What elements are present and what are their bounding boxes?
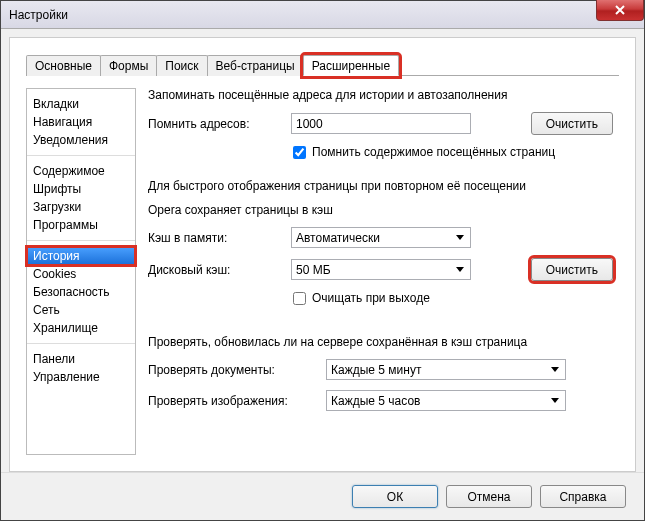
remember-addresses-input[interactable] [291, 113, 471, 134]
disk-cache-row: Дисковый кэш: 50 МБ Очистить [148, 258, 613, 281]
sidebar-item-storage[interactable]: Хранилище [27, 319, 135, 337]
cache-desc2: Opera сохраняет страницы в кэш [148, 203, 613, 217]
remember-addresses-row: Помнить адресов: Очистить [148, 112, 613, 135]
tabstrip: Основные Формы Поиск Веб-страницы Расшир… [26, 54, 619, 76]
check-server-text: Проверять, обновилась ли на сервере сохр… [148, 335, 613, 349]
tab-advanced[interactable]: Расширенные [303, 55, 400, 76]
sidebar-item-notifications[interactable]: Уведомления [27, 131, 135, 149]
sidebar-item-panels[interactable]: Панели [27, 350, 135, 368]
cancel-button[interactable]: Отмена [446, 485, 532, 508]
memory-cache-label: Кэш в памяти: [148, 231, 283, 245]
sidebar: Вкладки Навигация Уведомления Содержимое… [26, 88, 136, 455]
remember-content-row: Помнить содержимое посещённых страниц [293, 145, 613, 159]
clear-on-exit-label: Очищать при выходе [312, 291, 430, 305]
chevron-down-icon [452, 229, 468, 246]
ok-button[interactable]: ОК [352, 485, 438, 508]
tab-webpages[interactable]: Веб-страницы [207, 55, 304, 76]
cache-desc1: Для быстрого отображения страницы при по… [148, 179, 613, 193]
clear-on-exit-checkbox[interactable] [293, 292, 306, 305]
disk-cache-dropdown[interactable]: 50 МБ [291, 259, 471, 280]
remember-description: Запоминать посещённые адреса для истории… [148, 88, 613, 102]
tab-forms[interactable]: Формы [100, 55, 157, 76]
titlebar: Настройки [1, 1, 644, 29]
clear-cache-button[interactable]: Очистить [531, 258, 613, 281]
tab-body: Вкладки Навигация Уведомления Содержимое… [26, 76, 619, 455]
check-images-row: Проверять изображения: Каждые 5 часов [148, 390, 613, 411]
check-images-label: Проверять изображения: [148, 394, 318, 408]
check-docs-label: Проверять документы: [148, 363, 318, 377]
disk-cache-value: 50 МБ [296, 263, 331, 277]
check-images-value: Каждые 5 часов [331, 394, 420, 408]
help-button[interactable]: Справка [540, 485, 626, 508]
memory-cache-row: Кэш в памяти: Автоматически [148, 227, 613, 248]
dialog-content: Основные Формы Поиск Веб-страницы Расшир… [9, 37, 636, 472]
window-title: Настройки [5, 8, 68, 22]
main-panel: Запоминать посещённые адреса для истории… [148, 88, 619, 455]
chevron-down-icon [547, 392, 563, 409]
chevron-down-icon [452, 261, 468, 278]
memory-cache-value: Автоматически [296, 231, 380, 245]
close-icon [615, 5, 625, 15]
remember-content-label: Помнить содержимое посещённых страниц [312, 145, 555, 159]
sidebar-item-network[interactable]: Сеть [27, 301, 135, 319]
check-docs-dropdown[interactable]: Каждые 5 минут [326, 359, 566, 380]
disk-cache-label: Дисковый кэш: [148, 263, 283, 277]
clear-on-exit-row: Очищать при выходе [293, 291, 613, 305]
memory-cache-dropdown[interactable]: Автоматически [291, 227, 471, 248]
remember-content-checkbox[interactable] [293, 146, 306, 159]
close-button[interactable] [596, 0, 644, 21]
sidebar-item-fonts[interactable]: Шрифты [27, 180, 135, 198]
clear-addresses-button[interactable]: Очистить [531, 112, 613, 135]
settings-window: Настройки Основные Формы Поиск Веб-стран… [0, 0, 645, 521]
sidebar-item-navigation[interactable]: Навигация [27, 113, 135, 131]
tab-main[interactable]: Основные [26, 55, 101, 76]
check-docs-row: Проверять документы: Каждые 5 минут [148, 359, 613, 380]
sidebar-item-programs[interactable]: Программы [27, 216, 135, 234]
check-images-dropdown[interactable]: Каждые 5 часов [326, 390, 566, 411]
sidebar-item-history[interactable]: История [27, 247, 135, 265]
sidebar-item-security[interactable]: Безопасность [27, 283, 135, 301]
dialog-footer: ОК Отмена Справка [1, 472, 644, 520]
sidebar-item-cookies[interactable]: Cookies [27, 265, 135, 283]
sidebar-item-downloads[interactable]: Загрузки [27, 198, 135, 216]
sidebar-item-tabs[interactable]: Вкладки [27, 95, 135, 113]
tab-search[interactable]: Поиск [156, 55, 207, 76]
check-docs-value: Каждые 5 минут [331, 363, 421, 377]
sidebar-item-content[interactable]: Содержимое [27, 162, 135, 180]
remember-addresses-label: Помнить адресов: [148, 117, 283, 131]
chevron-down-icon [547, 361, 563, 378]
sidebar-item-management[interactable]: Управление [27, 368, 135, 386]
